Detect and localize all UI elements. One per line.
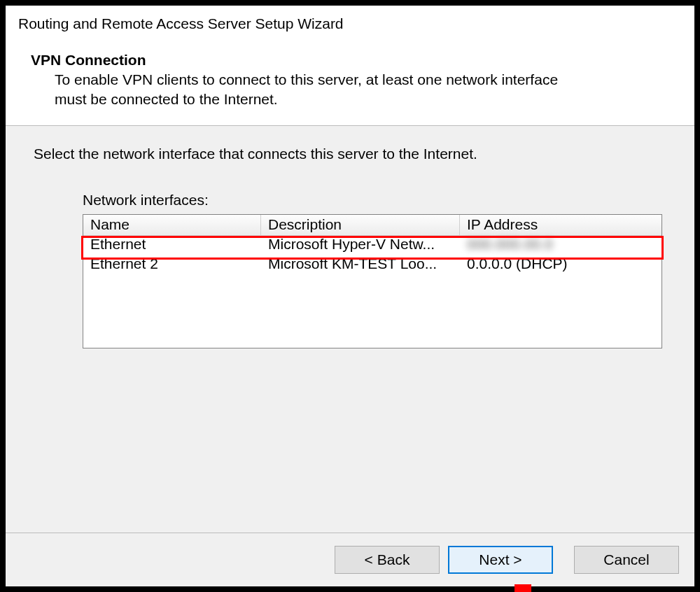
instruction-text: Select the network interface that connec… [34, 146, 666, 162]
back-button[interactable]: < Back [335, 546, 440, 574]
wizard-window: Routing and Remote Access Server Setup W… [6, 6, 694, 586]
cancel-button[interactable]: Cancel [574, 546, 679, 574]
list-label: Network interfaces: [83, 192, 666, 209]
cell-name: Ethernet 2 [83, 255, 261, 275]
network-interfaces-list[interactable]: Name Description IP Address Ethernet Mic… [83, 214, 662, 348]
column-header-ip[interactable]: IP Address [460, 215, 662, 235]
page-description: To enable VPN clients to connect to this… [55, 70, 682, 110]
cell-ip-redacted: 000.000.00.0 [460, 236, 662, 255]
list-header: Name Description IP Address [83, 215, 662, 236]
wizard-body: Select the network interface that connec… [6, 126, 694, 533]
next-button[interactable]: Next > [448, 546, 553, 574]
column-header-name[interactable]: Name [83, 215, 261, 235]
window-title: Routing and Remote Access Server Setup W… [18, 15, 682, 32]
wizard-header: Routing and Remote Access Server Setup W… [6, 6, 694, 126]
page-subtitle: VPN Connection [31, 52, 682, 69]
cell-name: Ethernet [83, 236, 261, 255]
cell-ip: 0.0.0.0 (DHCP) [460, 255, 662, 275]
cell-description: Microsoft Hyper-V Netw... [261, 236, 460, 255]
list-row[interactable]: Ethernet Microsoft Hyper-V Netw... 000.0… [83, 236, 662, 255]
cell-description: Microsoft KM-TEST Loo... [261, 255, 460, 275]
column-header-description[interactable]: Description [261, 215, 460, 235]
wizard-footer: < Back Next > Cancel [6, 533, 694, 586]
list-row[interactable]: Ethernet 2 Microsoft KM-TEST Loo... 0.0.… [83, 255, 662, 275]
